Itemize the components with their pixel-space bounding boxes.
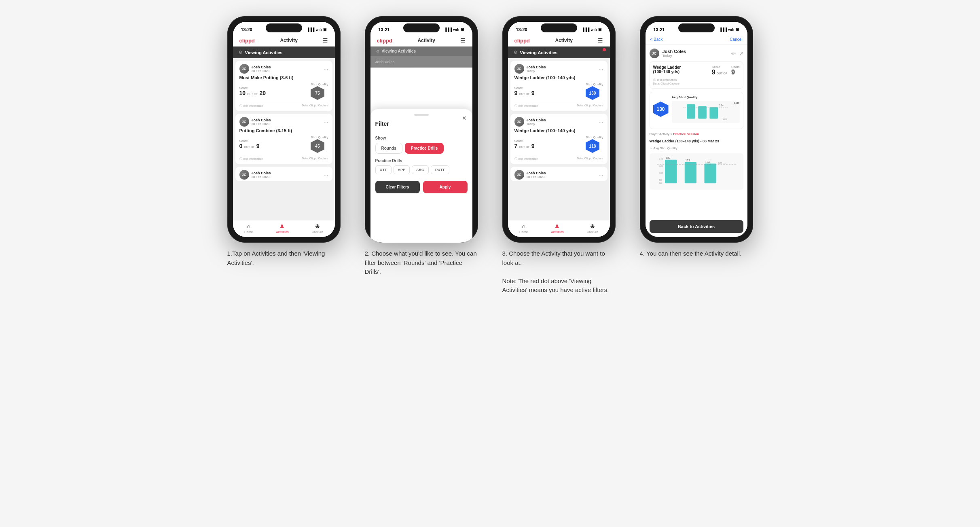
- user-info-3-3: Josh Coles 28 Feb 2023: [527, 171, 546, 179]
- svg-rect-8: [704, 164, 716, 184]
- score-val-4: 9: [712, 69, 715, 76]
- avatar-3-1: JC: [514, 64, 524, 74]
- tab-home-1[interactable]: ⌂ Home: [244, 223, 253, 234]
- shots-value-1-1: 20: [259, 90, 266, 96]
- activity-card-1-2[interactable]: JC Josh Coles 28 Feb 2023 ··· Putting Co…: [235, 114, 332, 164]
- score-value-3-2: 7: [514, 143, 518, 149]
- activity-list-3: JC Josh Coles Today ··· Wedge Ladder (10…: [508, 58, 610, 220]
- expand-icon-4[interactable]: ⤢: [739, 51, 743, 57]
- clear-filters-btn-2[interactable]: Clear Filters: [375, 181, 420, 193]
- caption-4: 4. You can then see the Activity detail.: [640, 249, 753, 258]
- more-icon-1-2[interactable]: ···: [324, 119, 328, 125]
- svg-rect-1: [698, 106, 707, 119]
- back-to-activities-btn-4[interactable]: Back to Activities: [650, 220, 743, 233]
- more-icon-3-3[interactable]: ···: [599, 171, 603, 178]
- phone-1: 13:20 ▐▐▐ wifi ▣ clippd Activity ☰: [227, 16, 341, 243]
- filter-modal-2[interactable]: Filter ✕ Show Rounds Practice Drills Pra…: [370, 109, 472, 237]
- svg-text:100: 100: [659, 172, 663, 174]
- user-date-1-3: 28 Feb 2023: [252, 175, 271, 179]
- card-footer-right-3-2: Data: Clippd Capture: [577, 157, 603, 161]
- red-dot-3: [603, 48, 606, 51]
- detail-nav-4: < Back Cancel: [646, 35, 747, 44]
- detail-icons-4: ✏ ⤢: [731, 51, 743, 57]
- user-date-3-2: Today: [527, 122, 546, 126]
- more-icon-3-2[interactable]: ···: [599, 119, 603, 125]
- more-icon-1-1[interactable]: ···: [324, 66, 328, 72]
- signal-icon-3: ▐▐▐: [582, 28, 589, 32]
- svg-text:124 ----: 124 ----: [718, 162, 726, 164]
- back-btn-4[interactable]: < Back: [650, 37, 663, 42]
- wifi-icon: wifi: [316, 28, 322, 32]
- tab-activities-3[interactable]: ♟ Activities: [551, 223, 564, 234]
- user-name-1-1: Josh Coles: [252, 65, 271, 69]
- phone-4: 13:21 ▐▐▐ wifi ▣ < Back Cancel: [640, 16, 753, 243]
- hamburger-icon-3[interactable]: ☰: [598, 37, 603, 44]
- battery-icon: ▣: [323, 28, 327, 32]
- viewing-icon-1: ⚙: [239, 50, 243, 55]
- activity-card-1-1[interactable]: JC Josh Coles 28 Feb 2023 ··· Must Make …: [235, 61, 332, 111]
- tag-ott-2[interactable]: OTT: [375, 165, 392, 174]
- wifi-icon-2: wifi: [453, 28, 459, 32]
- signal-icon-2: ▐▐▐: [444, 28, 452, 32]
- phone-column-2: 13:21 ▐▐▐ wifi ▣ clippd Activity ☰: [361, 16, 482, 295]
- phone-notch-4: [678, 23, 715, 32]
- card-footer-1-2: ⓘ Test Information Data: Clippd Capture: [239, 155, 328, 161]
- tab-capture-label-1: Capture: [312, 230, 323, 234]
- phone-2: 13:21 ▐▐▐ wifi ▣ clippd Activity ☰: [365, 16, 478, 243]
- practice-drills-filter-btn-2[interactable]: Practice Drills: [405, 143, 444, 154]
- sq-hex-1-1: 75: [311, 86, 324, 100]
- home-icon-1: ⌂: [247, 223, 250, 229]
- hamburger-icon-2[interactable]: ☰: [460, 37, 466, 44]
- rounds-filter-btn-2[interactable]: Rounds: [375, 143, 402, 154]
- phone-notch-2: [403, 23, 440, 32]
- phone-column-4: 13:21 ▐▐▐ wifi ▣ < Back Cancel: [636, 16, 757, 295]
- tag-putt-2[interactable]: PUTT: [431, 165, 449, 174]
- show-label-2: Show: [375, 136, 468, 140]
- svg-text:129: 129: [685, 159, 690, 162]
- svg-rect-6: [665, 160, 677, 184]
- tab-home-3[interactable]: ⌂ Home: [519, 223, 528, 234]
- score-group-1-1: Score 10 OUT OF 20: [239, 86, 266, 96]
- score-col-label-4: Score: [712, 65, 727, 69]
- edit-icon-4[interactable]: ✏: [731, 51, 736, 57]
- viewing-banner-3[interactable]: ⚙ Viewing Activities: [508, 47, 610, 58]
- detail-user-date-4: Today: [663, 54, 686, 58]
- svg-text:140: 140: [659, 158, 663, 160]
- cancel-btn-4[interactable]: Cancel: [730, 37, 742, 42]
- user-date-3-3: 28 Feb 2023: [527, 175, 546, 179]
- hamburger-icon-1[interactable]: ☰: [323, 37, 328, 44]
- phone-notch-3: [541, 23, 577, 32]
- activity-card-3-3[interactable]: JC Josh Coles 28 Feb 2023 ···: [510, 167, 607, 181]
- sq-label-1-1: Shot Quality: [311, 83, 328, 86]
- card-footer-1-1: ⓘ Test Information Data: Clippd Capture: [239, 102, 328, 108]
- card-user-1-2: JC Josh Coles 28 Feb 2023: [239, 117, 271, 127]
- card-user-1-3: JC Josh Coles 28 Feb 2023: [239, 170, 271, 180]
- activity-card-3-2[interactable]: JC Josh Coles Today ··· Wedge Ladder (10…: [510, 114, 607, 164]
- activity-card-1-3[interactable]: JC Josh Coles 28 Feb 2023 ···: [235, 167, 332, 181]
- filter-close-2[interactable]: ✕: [462, 115, 467, 121]
- card-footer-left-3-1: ⓘ Test Information: [514, 104, 538, 108]
- score-label-1-2: Score: [239, 139, 260, 143]
- tab-activities-1[interactable]: ♟ Activities: [276, 223, 289, 234]
- user-info-1-2: Josh Coles 28 Feb 2023: [252, 118, 271, 126]
- caption-2: 2. Choose what you'd like to see. You ca…: [365, 249, 478, 277]
- tag-arg-2[interactable]: ARG: [412, 165, 429, 174]
- apply-btn-2[interactable]: Apply: [423, 181, 468, 193]
- tab-capture-3[interactable]: ⊕ Capture: [587, 223, 598, 234]
- more-icon-3-1[interactable]: ···: [599, 66, 603, 72]
- avatar-img-3-3: JC: [514, 170, 524, 180]
- nav-title-3: Activity: [555, 38, 572, 43]
- tag-app-2[interactable]: APP: [394, 165, 410, 174]
- more-icon-1-3[interactable]: ···: [324, 171, 328, 178]
- sq-hex-1-2: 45: [311, 139, 324, 153]
- svg-text:60: 60: [659, 182, 662, 184]
- tab-capture-1[interactable]: ⊕ Capture: [312, 223, 323, 234]
- viewing-banner-1[interactable]: ⚙ Viewing Activities: [233, 47, 335, 58]
- activity-card-3-1[interactable]: JC Josh Coles Today ··· Wedge Ladder (10…: [510, 61, 607, 111]
- score-block-4: Score 9 OUT OF: [712, 65, 727, 76]
- drill-subtitle-4: → Avg Shot Quality: [650, 146, 743, 150]
- wifi-icon-4: wifi: [728, 28, 734, 32]
- card-stats-1-2: Score 0 OUT OF 9 Shot Quality: [239, 135, 328, 153]
- svg-rect-0: [687, 104, 695, 119]
- battery-icon-2: ▣: [461, 28, 464, 32]
